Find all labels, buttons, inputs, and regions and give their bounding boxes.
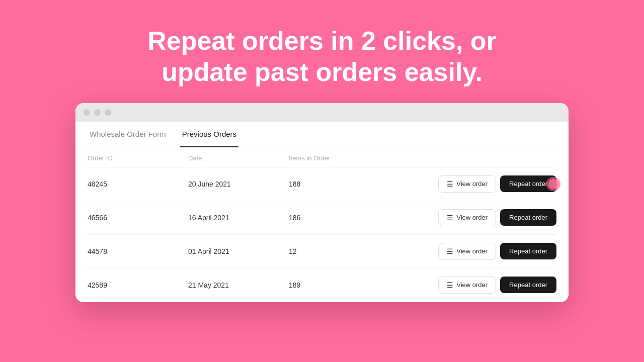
order-date-3: 01 April 2021 (188, 247, 289, 255)
header-date: Date (188, 154, 289, 162)
hero-section: Repeat orders in 2 clicks, or update pas… (137, 0, 507, 103)
repeat-order-button-2[interactable]: Repeat order (500, 209, 556, 226)
repeat-order-button-3[interactable]: Repeat order (500, 243, 556, 259)
view-icon-4: ☰ (447, 281, 453, 289)
repeat-order-button-1[interactable]: Repeat order (500, 175, 556, 192)
browser-window: Wholesale Order Form Previous Orders Ord… (75, 103, 569, 302)
hero-line2: update past orders easily. (162, 57, 482, 86)
cursor-indicator (548, 179, 558, 189)
browser-chrome (75, 103, 569, 122)
order-id-1: 48245 (88, 180, 188, 188)
order-actions-1: ☰ View order Repeat order (438, 175, 556, 193)
tab-bar: Wholesale Order Form Previous Orders (75, 122, 569, 147)
repeat-order-button-4[interactable]: Repeat order (500, 277, 556, 293)
order-actions-4: ☰ View order Repeat order (438, 277, 556, 294)
table-row: 42589 21 May 2021 189 ☰ View order Repea… (88, 268, 556, 302)
order-date-1: 20 June 2021 (188, 180, 289, 188)
order-actions-3: ☰ View order Repeat order (438, 243, 556, 260)
header-order-id: Order ID (88, 154, 188, 162)
view-order-button-3[interactable]: ☰ View order (438, 243, 496, 260)
view-icon-2: ☰ (447, 214, 453, 222)
order-items-3: 12 (289, 247, 438, 255)
view-order-button-4[interactable]: ☰ View order (438, 277, 496, 294)
app-container: Wholesale Order Form Previous Orders Ord… (75, 122, 569, 302)
order-items-2: 186 (289, 214, 438, 222)
orders-table: Order ID Date Items in Order 48245 20 Ju… (75, 147, 569, 302)
browser-dot-yellow (94, 109, 101, 116)
view-icon-1: ☰ (447, 180, 453, 188)
tab-previous-orders[interactable]: Previous Orders (180, 122, 238, 147)
order-id-3: 44578 (88, 247, 188, 255)
browser-dot-green (105, 109, 111, 116)
table-row: 44578 01 April 2021 12 ☰ View order Repe… (88, 235, 556, 268)
table-row: 46566 16 April 2021 186 ☰ View order Rep… (88, 201, 556, 235)
header-items: Items in Order (289, 154, 556, 162)
view-icon-3: ☰ (447, 247, 453, 255)
hero-line1: Repeat orders in 2 clicks, or (147, 26, 497, 55)
order-items-1: 188 (289, 180, 438, 188)
tab-wholesale-order-form[interactable]: Wholesale Order Form (88, 122, 168, 147)
table-row: 48245 20 June 2021 188 ☰ View order Repe… (88, 167, 556, 201)
view-order-button-1[interactable]: ☰ View order (438, 175, 496, 193)
order-actions-2: ☰ View order Repeat order (438, 209, 556, 226)
order-id-4: 42589 (88, 281, 188, 289)
table-header-row: Order ID Date Items in Order (88, 147, 556, 167)
order-id-2: 46566 (88, 214, 188, 222)
browser-dot-red (84, 109, 90, 116)
view-order-button-2[interactable]: ☰ View order (438, 209, 496, 226)
order-date-4: 21 May 2021 (188, 281, 289, 289)
order-date-2: 16 April 2021 (188, 214, 289, 222)
order-items-4: 189 (289, 281, 438, 289)
